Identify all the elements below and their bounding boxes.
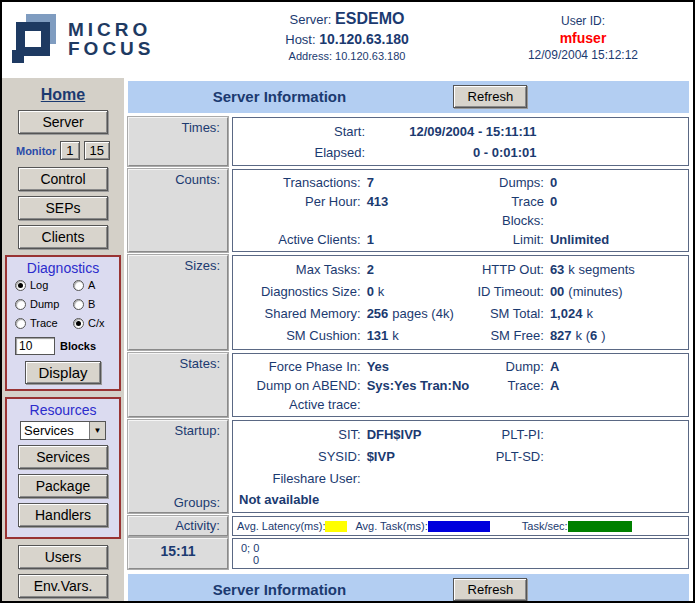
monitor-label: Monitor [16,145,56,157]
services-button[interactable]: Services [18,445,108,469]
field-label: Max Tasks: [237,259,367,281]
field-label: SYSID: [237,446,367,468]
page-title: Server Information [162,88,398,105]
refresh-button-bottom[interactable]: Refresh [453,578,527,601]
field-value: A [550,376,684,395]
blocks-row: Blocks [15,337,117,355]
field-label: Shared Memory: [237,303,367,325]
field-value: Sys:Yes Tran:No [367,376,474,395]
field-value: A [550,357,684,376]
states-content: Force Phase In: Yes Dump: A Dump on ABEN… [232,353,689,417]
clients-button[interactable]: Clients [18,225,108,249]
user-identity: User ID: mfuser 12/09/2004 15:12:12 [508,14,658,62]
field-value: 7 [367,173,474,192]
monitor-1-button[interactable]: 1 [60,141,79,160]
radio-log[interactable]: Log [15,279,73,291]
field-label: Dump: [474,357,550,376]
app-window: MICRO FOCUS Server: ESDEMO Host: 10.120.… [0,0,695,603]
package-button[interactable]: Package [18,474,108,498]
resources-dropdown-value: Services [21,422,89,439]
radio-dump-icon[interactable] [15,299,26,310]
field-label: Active trace: [237,395,367,414]
times-label: Times: [128,117,228,166]
latency-color-swatch [325,521,347,532]
envvars-button[interactable]: Env.Vars. [18,574,108,598]
field-value [550,468,684,490]
field-label: SM Free: [474,325,550,347]
radio-b-icon[interactable] [73,299,84,310]
radio-log-icon[interactable] [15,280,26,291]
activity-legend: Avg. Latency(ms): Avg. Task(ms): Task/se… [232,516,689,536]
field-value [367,395,474,414]
radio-trace-icon[interactable] [15,318,26,329]
diagnostics-radio-group: Log A Dump B [9,279,117,329]
resources-panel: Resources Services ▼ Services Package Ha… [5,397,121,539]
field-value [550,395,684,414]
activity-label: Activity: [128,516,228,536]
field-value [550,424,684,446]
field-label: SM Total: [474,303,550,325]
radio-cx[interactable]: C/x [73,317,117,329]
refresh-button-top[interactable]: Refresh [453,85,527,108]
counts-label: Counts: [128,169,228,252]
seps-button[interactable]: SEPs [18,196,108,220]
diagnostics-title: Diagnostics [9,260,117,276]
field-label: Diagnostics Size: [237,281,367,303]
server-button[interactable]: Server [18,110,108,134]
login-timestamp: 12/09/2004 15:12:12 [508,48,658,62]
activity-line-1: 0; 0 [241,542,684,554]
footer-title: Server Information [162,581,398,598]
monitor-15-button[interactable]: 15 [84,141,110,160]
server-info-footer-bar: Server Information Refresh [128,574,689,603]
startup-label: Startup: [131,423,220,438]
host-label: Host: [285,32,315,47]
radio-a[interactable]: A [73,279,117,291]
sizes-content: Max Tasks: 2 HTTP Out: 63k segments Diag… [232,255,689,350]
times-content: Start: 12/09/2004 - 15:11:11 Elapsed: 0 … [232,117,689,166]
user-id-label: User ID: [508,14,658,28]
field-value [550,446,684,468]
field-value: 413 [367,192,474,230]
counts-row: Counts: Transactions: 7 Dumps: 0 Per Hou… [128,169,689,252]
field-label: PLT-PI: [474,424,550,446]
field-label: Active Clients: [237,230,367,249]
startup-content: SIT: DFH$IVP PLT-PI: SYSID: $IVP PLT-SD:… [232,420,689,513]
handlers-button[interactable]: Handlers [18,503,108,527]
field-value: 0 [550,192,684,230]
startup-row: Startup: Groups: SIT: DFH$IVP PLT-PI: SY… [128,420,689,513]
chevron-down-icon[interactable]: ▼ [89,422,105,439]
field-label: Dumps: [474,173,550,192]
server-label: Server: [290,12,332,27]
home-link[interactable]: Home [2,86,124,104]
field-value: 0 [550,173,684,192]
radio-cx-icon[interactable] [73,318,84,329]
task-sec-color-swatch [568,521,632,532]
radio-a-icon[interactable] [73,280,84,291]
monitor-row: Monitor 1 15 [2,141,124,160]
radio-dump[interactable]: Dump [15,298,73,310]
field-value: $IVP [367,446,474,468]
blocks-input[interactable] [15,337,55,355]
activity-time: 15:11 [128,538,228,569]
activity-values: 0; 0 0 [232,538,689,569]
field-label: Fileshare User: [237,468,367,490]
radio-b[interactable]: B [73,298,117,310]
radio-trace[interactable]: Trace [15,317,73,329]
field-label: Transactions: [237,173,367,192]
display-button[interactable]: Display [25,361,101,384]
start-value: 12/09/2004 - 15:11:11 [371,121,536,142]
field-label: Trace: [474,376,550,395]
latency-legend-label: Avg. Latency(ms): [237,520,325,532]
field-value: Yes [367,357,474,376]
users-button[interactable]: Users [18,545,108,569]
times-row: Times: Start: 12/09/2004 - 15:11:11 Elap… [128,117,689,166]
resources-dropdown[interactable]: Services ▼ [20,421,106,440]
server-identity: Server: ESDEMO Host: 10.120.63.180 Addre… [232,10,462,62]
startup-label-cell: Startup: Groups: [128,420,228,513]
counts-content: Transactions: 7 Dumps: 0 Per Hour: 413 T… [232,169,689,252]
field-label [474,468,550,490]
field-label [474,395,550,414]
sizes-label: Sizes: [128,255,228,350]
address-line: Address: 10.120.63.180 [232,50,462,62]
control-button[interactable]: Control [18,167,108,191]
